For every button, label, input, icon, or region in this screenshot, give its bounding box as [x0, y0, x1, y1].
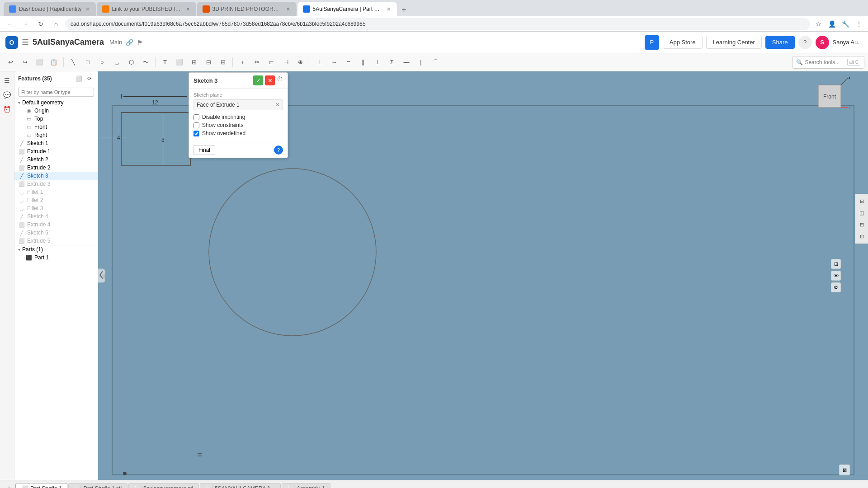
copy-button[interactable]: ⬜ — [33, 56, 46, 69]
refresh-icon[interactable]: ⟳ — [85, 74, 94, 83]
share-button[interactable]: Share — [765, 36, 795, 49]
expand-icon[interactable]: ⊞ — [831, 259, 841, 269]
sketch-ok-button[interactable]: ✓ — [253, 75, 263, 85]
trim-tool[interactable]: ✂ — [250, 56, 264, 69]
sketch-help-button[interactable]: ? — [274, 145, 283, 155]
perp-tool[interactable]: ⊥ — [371, 56, 384, 69]
help-button[interactable]: ? — [798, 36, 812, 49]
rect-tool[interactable]: □ — [81, 56, 94, 69]
final-button[interactable]: Final — [193, 145, 215, 155]
text-tool[interactable]: T — [158, 56, 172, 69]
add-tab-button[interactable]: + — [4, 483, 14, 488]
feature-extrude1[interactable]: ⬜ Extrude 1 — [14, 147, 98, 155]
feature-extrude5[interactable]: ⬜ Extrude 5 — [14, 237, 98, 245]
home-button[interactable]: ⌂ — [50, 18, 62, 30]
feature-front[interactable]: ▭ Front — [14, 123, 98, 131]
hamburger-menu[interactable]: ☰ — [22, 38, 29, 47]
zoom-fit-btn[interactable]: ⊠ — [839, 465, 850, 475]
show-overdefined-checkbox[interactable] — [193, 131, 199, 136]
settings-icon-right[interactable]: ⚙ — [831, 282, 841, 292]
sidebar-collapse-btn[interactable] — [98, 269, 104, 283]
feature-extrude3[interactable]: ⬜ Extrude 3 — [14, 180, 98, 188]
filter-input[interactable] — [18, 88, 94, 97]
bottom-tab-stl1[interactable]: ⬜ Part Studio 1.stl — [68, 483, 127, 488]
feature-sketch1[interactable]: ╱ Sketch 1 — [14, 139, 98, 147]
array-tool[interactable]: ⊞ — [216, 56, 230, 69]
show-overdefined-label[interactable]: Show overdefined — [193, 130, 283, 136]
sum-tool[interactable]: Σ — [385, 56, 399, 69]
reload-button[interactable]: ↻ — [34, 18, 47, 30]
tab-instructable[interactable]: Link to your PUBLISHED Instr... ✕ — [97, 2, 196, 16]
feature-top[interactable]: ▭ Top — [14, 115, 98, 123]
dash-tool[interactable]: — — [400, 56, 413, 69]
clock-icon[interactable]: ⏰ — [1, 103, 14, 116]
disable-imprinting-checkbox[interactable] — [193, 114, 199, 120]
flag-icon[interactable]: ⚑ — [137, 39, 143, 46]
collapse-icon[interactable]: ⬜ — [74, 74, 83, 83]
feature-extrude2[interactable]: ⬜ Extrude 2 — [14, 164, 98, 172]
app-store-button[interactable]: App Store — [663, 36, 703, 49]
constraint-tool[interactable]: ⊥ — [313, 56, 326, 69]
tab-dashboard[interactable]: Dashboard | RapidIdentity ✕ — [4, 2, 96, 16]
profile-icon[interactable]: 👤 — [826, 19, 837, 29]
panel-icon-1[interactable]: ⊞ — [857, 196, 867, 206]
parts-header[interactable]: ▾ Parts (1) — [14, 245, 98, 253]
part-1[interactable]: ⬛ Part 1 — [14, 253, 98, 262]
sketch-plane-clear[interactable]: ✕ — [275, 102, 280, 108]
point-tool[interactable]: + — [236, 56, 249, 69]
disable-imprinting-label[interactable]: Disable imprinting — [193, 114, 283, 120]
arc-tool[interactable]: ◡ — [110, 56, 123, 69]
panel-icon-4[interactable]: ⊡ — [857, 231, 867, 241]
feature-sketch5[interactable]: ╱ Sketch 5 — [14, 229, 98, 237]
image-tool[interactable]: ⬜ — [173, 56, 186, 69]
notification-icon[interactable]: P — [645, 35, 659, 50]
tab-close-btn[interactable]: ✕ — [185, 5, 191, 13]
tab-close-btn[interactable]: ✕ — [285, 5, 291, 13]
toggle-icon[interactable]: ▾ — [18, 100, 20, 105]
orientation-cube[interactable]: Front Z X — [809, 76, 850, 117]
feature-extrude4[interactable]: ⬜ Extrude 4 — [14, 221, 98, 229]
bottom-tab-assembly[interactable]: ⬜ Assembly 1 — [282, 483, 330, 488]
bottom-tab-stl2[interactable]: ⬜ 5aulsanyacamera.stl — [128, 483, 199, 488]
back-button[interactable]: ← — [4, 18, 16, 30]
undo-button[interactable]: ↩ — [4, 56, 17, 69]
bottom-tab-part-studio[interactable]: ⬜ Part Studio 1 — [15, 483, 67, 488]
feature-right[interactable]: ▭ Right — [14, 131, 98, 139]
panel-icon-3[interactable]: ⊟ — [857, 220, 867, 230]
line-tool[interactable]: ╲ — [66, 56, 80, 69]
grid-tool[interactable]: ⊟ — [202, 56, 215, 69]
toggle-icon[interactable]: ▾ — [18, 247, 20, 252]
link-icon[interactable]: 🔗 — [126, 39, 133, 46]
feature-fillet1[interactable]: ◡ Fillet 1 — [14, 188, 98, 196]
menu-icon[interactable]: ⋮ — [854, 19, 864, 29]
tangent-tool[interactable]: ⌒ — [429, 56, 442, 69]
circle-tool[interactable]: ○ — [95, 56, 109, 69]
sketch-clock-icon[interactable]: ⏱ — [277, 75, 283, 85]
panel-icon-2[interactable]: ◫ — [857, 208, 867, 218]
feature-fillet2[interactable]: ◡ Fillet 2 — [14, 196, 98, 204]
show-constraints-checkbox[interactable] — [193, 122, 199, 128]
list-icon[interactable]: ☰ — [195, 450, 204, 460]
paste-button[interactable]: 📋 — [47, 56, 61, 69]
bottom-tab-cam[interactable]: ⬜ 5SANYAULCAMERA A... — [200, 483, 281, 488]
new-tab-button[interactable]: + — [398, 4, 410, 16]
search-tools[interactable]: 🔍 alt C — [792, 56, 864, 69]
extension-icon[interactable]: 🔧 — [840, 19, 851, 29]
offset-tool[interactable]: ⊏ — [264, 56, 278, 69]
measure-tool[interactable]: ⊞ — [187, 56, 201, 69]
ref-dim-tool[interactable]: | — [414, 56, 428, 69]
tab-onshape[interactable]: 5AulSanyaCamera | Part Studio 1 ✕ — [297, 2, 397, 16]
feature-sidebar-icon[interactable]: ☰ — [1, 74, 14, 87]
comment-icon[interactable]: 💬 — [1, 89, 14, 101]
sketch-cancel-button[interactable]: ✕ — [265, 75, 275, 85]
mirror-tool[interactable]: ⊣ — [279, 56, 292, 69]
tab-close-btn[interactable]: ✕ — [85, 5, 90, 13]
eye-icon[interactable]: 👁 — [831, 271, 841, 281]
bookmark-icon[interactable]: ☆ — [813, 19, 824, 29]
learning-center-button[interactable]: Learning Center — [706, 36, 762, 49]
parallel-tool[interactable]: ∥ — [356, 56, 370, 69]
tab-3d[interactable]: 3D PRINTED PHOTOGRAPHER T... ✕ — [197, 2, 297, 16]
spline-tool[interactable]: 〜 — [139, 56, 152, 69]
url-input[interactable] — [65, 18, 810, 30]
transform-tool[interactable]: ⊕ — [293, 56, 307, 69]
